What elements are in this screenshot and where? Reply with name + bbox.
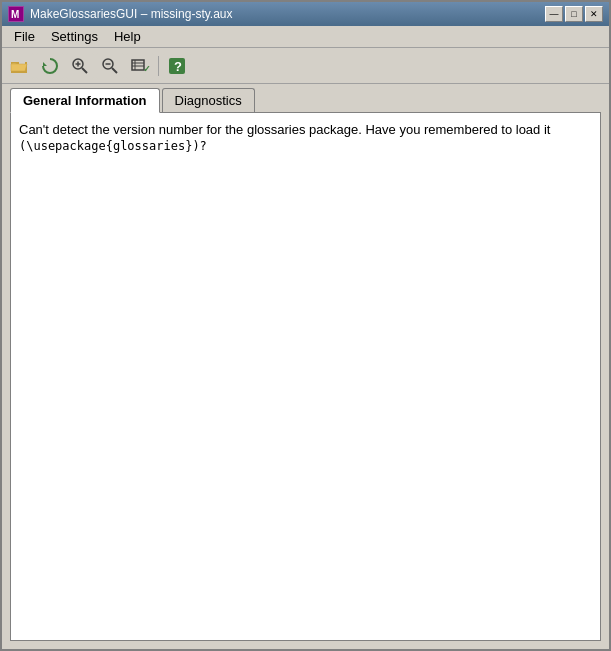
svg-text:✓: ✓: [143, 64, 150, 74]
main-window: M MakeGlossariesGUI – missing-sty.aux — …: [0, 0, 611, 651]
refresh-button[interactable]: [36, 53, 64, 79]
zoom-in-icon: [70, 56, 90, 76]
title-bar-left: M MakeGlossariesGUI – missing-sty.aux: [8, 6, 233, 22]
svg-line-15: [112, 68, 117, 73]
svg-marker-8: [43, 62, 47, 66]
menu-settings[interactable]: Settings: [43, 27, 106, 46]
settings-icon: ✓: [130, 56, 150, 76]
toolbar-separator: [158, 56, 159, 76]
refresh-icon: [40, 56, 60, 76]
open-folder-button[interactable]: [6, 53, 34, 79]
settings-button[interactable]: ✓: [126, 53, 154, 79]
svg-marker-6: [11, 64, 27, 71]
message-line1: Can't detect the version number for the …: [19, 121, 592, 139]
menu-bar: File Settings Help: [2, 26, 609, 48]
message-line2: (\usepackage{glossaries})?: [19, 139, 592, 153]
tab-diagnostics[interactable]: Diagnostics: [162, 88, 255, 112]
toolbar: ✓ ?: [2, 48, 609, 84]
content-area: Can't detect the version number for the …: [10, 112, 601, 641]
menu-help[interactable]: Help: [106, 27, 149, 46]
svg-line-12: [82, 68, 87, 73]
title-bar: M MakeGlossariesGUI – missing-sty.aux — …: [2, 2, 609, 26]
tab-general-information[interactable]: General Information: [10, 88, 160, 113]
help-button[interactable]: ?: [163, 53, 191, 79]
maximize-button[interactable]: □: [565, 6, 583, 22]
menu-file[interactable]: File: [6, 27, 43, 46]
help-icon: ?: [167, 56, 187, 76]
tab-bar: General Information Diagnostics: [2, 84, 609, 112]
title-bar-controls: — □ ✕: [545, 6, 603, 22]
close-button[interactable]: ✕: [585, 6, 603, 22]
svg-text:?: ?: [174, 59, 182, 74]
app-icon: M: [8, 6, 24, 22]
window-title: MakeGlossariesGUI – missing-sty.aux: [30, 7, 233, 21]
svg-text:M: M: [11, 9, 19, 20]
svg-rect-4: [11, 71, 27, 73]
zoom-in-button[interactable]: [66, 53, 94, 79]
zoom-out-icon: [100, 56, 120, 76]
zoom-out-button[interactable]: [96, 53, 124, 79]
open-folder-icon: [10, 56, 30, 76]
minimize-button[interactable]: —: [545, 6, 563, 22]
